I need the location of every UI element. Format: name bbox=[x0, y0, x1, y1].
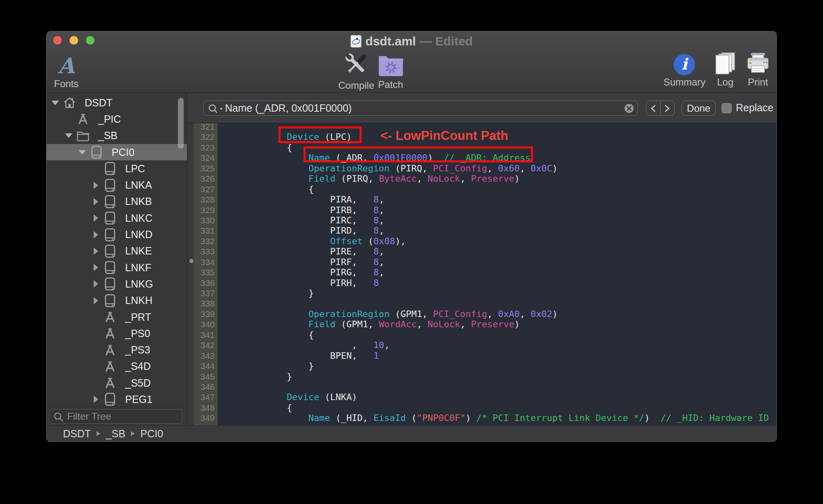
tree-item-lnkh[interactable]: LNKH bbox=[47, 292, 187, 309]
disclosure-closed-icon[interactable] bbox=[91, 297, 100, 304]
tree-item-_s5d[interactable]: _S5D bbox=[47, 375, 187, 391]
disclosure-closed-icon[interactable] bbox=[91, 264, 100, 271]
disclosure-open-icon[interactable] bbox=[78, 149, 87, 155]
code-line-345[interactable]: 345 } bbox=[187, 371, 776, 382]
tree-item-lnkg[interactable]: LNKG bbox=[47, 276, 187, 292]
code-line-346[interactable]: 346 bbox=[187, 382, 776, 392]
replace-checkbox[interactable] bbox=[722, 103, 732, 113]
tree-item-lnke[interactable]: LNKE bbox=[47, 243, 187, 259]
disclosure-closed-icon[interactable] bbox=[91, 182, 100, 189]
sidebar-scrollbar[interactable] bbox=[178, 98, 184, 148]
code-line-335[interactable]: 335 PIRG, 8, bbox=[187, 267, 776, 277]
breadcrumb-item-dsdt[interactable]: DSDT bbox=[63, 428, 91, 440]
log-button[interactable]: Log bbox=[713, 52, 737, 88]
line-content: OperationRegion (GPM1, PCI_Config, 0xA0,… bbox=[222, 309, 558, 319]
log-label: Log bbox=[717, 76, 733, 88]
tree-item-pci0[interactable]: PCI0 bbox=[47, 144, 187, 160]
print-button[interactable]: Print bbox=[746, 53, 770, 88]
code-line-341[interactable]: 341 { bbox=[187, 330, 776, 340]
method-icon bbox=[103, 310, 117, 324]
patch-folder-icon bbox=[378, 53, 404, 78]
line-number: 348 bbox=[187, 403, 218, 413]
code-line-342[interactable]: 342 , 10, bbox=[187, 340, 776, 350]
code-line-329[interactable]: 329 PIRB, 8, bbox=[187, 205, 776, 215]
pages-icon bbox=[713, 52, 737, 76]
tree-item-lnkf[interactable]: LNKF bbox=[47, 259, 187, 276]
code-line-338[interactable]: 338 bbox=[187, 298, 776, 308]
code-line-349[interactable]: 349 Name (_HID, EisaId ("PNP0C0F") /* PC… bbox=[187, 413, 776, 423]
code-line-332[interactable]: 332 Offset (0x08), bbox=[187, 236, 776, 246]
tree-item-_s4d[interactable]: _S4D bbox=[47, 358, 187, 375]
minimize-button[interactable] bbox=[70, 36, 78, 45]
device-icon bbox=[103, 178, 117, 192]
compile-button[interactable]: Compile bbox=[338, 50, 374, 91]
code-line-328[interactable]: 328 PIRA, 8, bbox=[187, 194, 776, 205]
code-line-339[interactable]: 339 OperationRegion (GPM1, PCI_Config, 0… bbox=[187, 309, 776, 319]
code-line-336[interactable]: 336 PIRH, 8 bbox=[187, 278, 776, 288]
line-number: 328 bbox=[187, 194, 218, 205]
code-line-331[interactable]: 331 PIRD, 8, bbox=[187, 225, 776, 236]
tree-item-label: _S5D bbox=[125, 377, 151, 389]
line-content: Device (LNKA) bbox=[222, 392, 357, 402]
summary-button[interactable]: i Summary bbox=[663, 54, 706, 88]
disclosure-closed-icon[interactable] bbox=[91, 215, 100, 221]
device-icon bbox=[103, 244, 117, 258]
code-line-334[interactable]: 334 PIRF, 8, bbox=[187, 257, 776, 267]
code-line-348[interactable]: 348 { bbox=[187, 403, 776, 413]
tree-item-lpc[interactable]: LPC bbox=[47, 160, 187, 177]
clear-search-icon[interactable] bbox=[624, 104, 634, 113]
tree-item-_pic[interactable]: _PIC bbox=[47, 111, 187, 127]
tree-item-dsdt[interactable]: DSDT bbox=[47, 94, 187, 111]
method-icon bbox=[103, 376, 117, 390]
line-number: 347 bbox=[187, 392, 218, 402]
code-line-327[interactable]: 327 { bbox=[187, 184, 776, 194]
tree-item-lnkc[interactable]: LNKC bbox=[47, 210, 187, 226]
pane-splitter-handle[interactable] bbox=[189, 259, 193, 263]
breadcrumb-item-_sb[interactable]: _SB bbox=[106, 428, 125, 440]
code-line-337[interactable]: 337 } bbox=[187, 288, 776, 298]
search-icon[interactable] bbox=[208, 104, 225, 114]
breadcrumb-item-pci0[interactable]: PCI0 bbox=[140, 428, 163, 440]
done-button[interactable]: Done bbox=[681, 101, 716, 116]
line-content: OperationRegion (PIRQ, PCI_Config, 0x60,… bbox=[222, 163, 558, 173]
close-button[interactable] bbox=[53, 36, 62, 45]
line-content: } bbox=[222, 288, 314, 298]
code-line-325[interactable]: 325 OperationRegion (PIRQ, PCI_Config, 0… bbox=[187, 163, 776, 173]
disclosure-closed-icon[interactable] bbox=[91, 396, 100, 403]
tree-item-lnkb[interactable]: LNKB bbox=[47, 194, 187, 210]
zoom-button[interactable] bbox=[86, 36, 94, 45]
code-line-330[interactable]: 330 PIRC, 8, bbox=[187, 215, 776, 225]
disclosure-closed-icon[interactable] bbox=[91, 232, 100, 238]
search-input[interactable] bbox=[225, 102, 637, 114]
device-icon bbox=[103, 261, 117, 274]
line-content: Field (GPM1, WordAcc, NoLock, Preserve) bbox=[222, 319, 520, 329]
filter-tree-input[interactable] bbox=[67, 410, 179, 423]
tree-item-lnkd[interactable]: LNKD bbox=[47, 226, 187, 243]
code-editor[interactable]: 321322 Device (LPC)323 {324 Name (_ADR, … bbox=[187, 123, 776, 425]
line-number: 326 bbox=[187, 173, 218, 184]
tree-item-_prt[interactable]: _PRT bbox=[47, 309, 187, 325]
disclosure-open-icon[interactable] bbox=[64, 133, 73, 139]
disclosure-closed-icon[interactable] bbox=[91, 198, 100, 205]
tree-item-_ps0[interactable]: _PS0 bbox=[47, 325, 187, 342]
tree-item-lnka[interactable]: LNKA bbox=[47, 177, 187, 193]
code-line-344[interactable]: 344 } bbox=[187, 361, 776, 371]
tree-item-label: LNKH bbox=[125, 295, 153, 306]
fonts-button[interactable]: A Fonts bbox=[54, 54, 79, 90]
disclosure-closed-icon[interactable] bbox=[91, 281, 100, 287]
line-number: 329 bbox=[187, 205, 218, 215]
find-next-button[interactable] bbox=[660, 101, 675, 115]
disclosure-open-icon[interactable] bbox=[51, 99, 60, 106]
tree-item-_ps3[interactable]: _PS3 bbox=[47, 342, 187, 358]
code-line-347[interactable]: 347 Device (LNKA) bbox=[187, 392, 776, 402]
tree-item-_sb[interactable]: _SB bbox=[47, 128, 187, 144]
code-line-343[interactable]: 343 BPEN, 1 bbox=[187, 351, 776, 361]
code-line-333[interactable]: 333 PIRE, 8, bbox=[187, 246, 776, 256]
patch-button[interactable]: Patch bbox=[378, 53, 404, 90]
tree-item-peg1[interactable]: PEG1 bbox=[47, 391, 187, 407]
code-line-340[interactable]: 340 Field (GPM1, WordAcc, NoLock, Preser… bbox=[187, 319, 776, 329]
tree-item-label: PCI0 bbox=[112, 146, 135, 158]
find-previous-button[interactable] bbox=[646, 101, 660, 115]
code-line-326[interactable]: 326 Field (PIRQ, ByteAcc, NoLock, Preser… bbox=[187, 173, 776, 184]
disclosure-closed-icon[interactable] bbox=[91, 248, 100, 254]
